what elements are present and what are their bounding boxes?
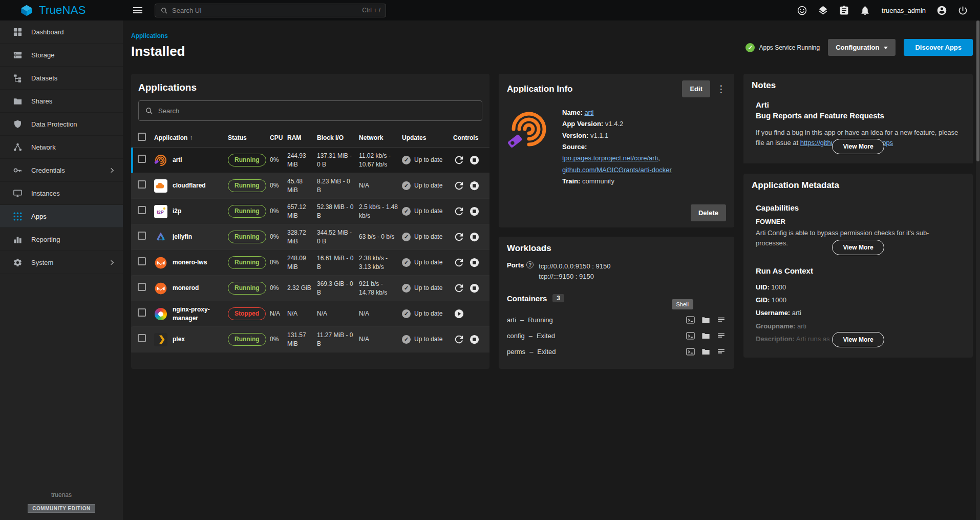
stop-app-button[interactable] — [468, 205, 480, 217]
breadcrumb[interactable]: Applications — [131, 32, 168, 39]
row-checkbox[interactable] — [138, 257, 146, 265]
table-row-plex[interactable]: plex Running 0% 131.57 MiB 11.27 MiB - 0… — [131, 327, 489, 352]
run-as-view-more-button[interactable]: View More — [832, 332, 884, 347]
container-browse-folder-icon[interactable] — [701, 331, 711, 341]
sidebar: Dashboard Storage Datasets Shares Da — [0, 20, 123, 520]
table-row-i2p[interactable]: I2P i2p Running 0% 657.12 MiB 52.38 MiB … — [131, 199, 489, 224]
notes-view-more-button[interactable]: View More — [832, 139, 884, 154]
column-updates[interactable]: Updates — [402, 134, 453, 142]
sidebar-item-reporting[interactable]: Reporting — [0, 228, 123, 251]
container-row-config: config–Exited — [507, 328, 726, 344]
row-checkbox[interactable] — [138, 283, 146, 291]
container-shell-icon[interactable] — [686, 347, 695, 357]
container-shell-icon[interactable] — [686, 315, 695, 325]
row-checkbox[interactable] — [138, 334, 146, 342]
scrollbar-thumb[interactable] — [976, 20, 979, 161]
updates-label: Up to date — [414, 156, 442, 164]
svg-text:I2P: I2P — [157, 210, 164, 215]
ports-row: Ports? tcp://0.0.0.0:9150 : 9150 tcp://:… — [507, 261, 726, 282]
column-application[interactable]: Application↑ — [154, 134, 228, 142]
column-block-io[interactable]: Block I/O — [317, 134, 359, 142]
column-status[interactable]: Status — [228, 134, 270, 142]
stop-app-button[interactable] — [468, 257, 480, 268]
app-name-link[interactable]: arti — [584, 109, 593, 116]
configuration-button[interactable]: Configuration — [828, 39, 896, 56]
user-account-icon[interactable] — [936, 5, 948, 16]
cpu-value: 0% — [270, 284, 287, 292]
table-row-jellyfin[interactable]: jellyfin Running 0% 328.72 MiB 344.52 Mi… — [131, 224, 489, 250]
feedback-smiley-icon[interactable] — [797, 5, 808, 16]
row-checkbox[interactable] — [138, 180, 146, 189]
kebab-menu-icon[interactable]: ⋮ — [716, 84, 726, 94]
container-logs-icon[interactable] — [716, 347, 726, 357]
global-search[interactable]: Ctrl + / — [155, 4, 386, 17]
sidebar-item-network[interactable]: Network — [0, 136, 123, 159]
capabilities-view-more-button[interactable]: View More — [832, 240, 884, 255]
stop-app-button[interactable] — [468, 154, 480, 166]
start-app-button[interactable] — [453, 308, 465, 320]
jobs-layers-icon[interactable] — [818, 5, 829, 16]
restart-app-button[interactable] — [453, 231, 465, 243]
status-badge: Running — [228, 256, 266, 268]
restart-app-button[interactable] — [453, 282, 465, 294]
sidebar-item-shares[interactable]: Shares — [0, 90, 123, 113]
sidebar-item-system[interactable]: System — [0, 251, 123, 274]
sidebar-item-storage[interactable]: Storage — [0, 44, 123, 67]
global-search-input[interactable] — [172, 7, 358, 14]
column-ram[interactable]: RAM — [287, 134, 317, 142]
stop-app-button[interactable] — [468, 180, 480, 192]
restart-app-button[interactable] — [453, 334, 465, 345]
stop-app-button[interactable] — [468, 282, 480, 294]
discover-apps-button[interactable]: Discover Apps — [904, 39, 973, 56]
column-cpu[interactable]: CPU — [270, 134, 287, 142]
row-checkbox[interactable] — [138, 155, 146, 163]
hamburger-menu-icon[interactable] — [129, 3, 146, 18]
source-link-2[interactable]: github.com/MAGICGrants/arti-docker — [562, 166, 672, 174]
column-network[interactable]: Network — [359, 134, 402, 142]
sidebar-item-data-protection[interactable]: Data Protection — [0, 113, 123, 136]
groupname-field: Groupname: arti — [756, 320, 961, 332]
edit-button[interactable]: Edit — [682, 80, 710, 97]
row-checkbox[interactable] — [138, 232, 146, 240]
arti-app-icon — [154, 154, 167, 167]
table-row-monerod[interactable]: monerod Running 0% 2.32 GiB 369.3 GiB - … — [131, 276, 489, 301]
sidebar-item-instances[interactable]: Instances — [0, 182, 123, 205]
container-browse-folder-icon[interactable] — [701, 315, 711, 325]
container-shell-icon[interactable] — [686, 331, 695, 341]
restart-app-button[interactable] — [453, 257, 465, 268]
checklist-clipboard-icon[interactable] — [839, 5, 850, 16]
restart-app-button[interactable] — [453, 205, 465, 217]
sidebar-item-dashboard[interactable]: Dashboard — [0, 20, 123, 44]
search-icon — [145, 107, 153, 115]
stop-app-button[interactable] — [468, 334, 480, 345]
page-scrollbar[interactable] — [976, 20, 980, 520]
table-row-nginx-proxy-manager[interactable]: nginx-proxy-manager Stopped N/A N/A N/A … — [131, 301, 489, 327]
stop-app-button[interactable] — [468, 231, 480, 243]
container-logs-icon[interactable] — [716, 331, 726, 341]
sidebar-item-datasets[interactable]: Datasets — [0, 67, 123, 90]
alerts-bell-icon[interactable] — [860, 5, 871, 16]
sidebar-item-label: Dashboard — [31, 28, 64, 36]
container-browse-folder-icon[interactable] — [701, 347, 711, 357]
container-logs-icon[interactable] — [716, 315, 726, 325]
sidebar-item-credentials[interactable]: Credentials — [0, 159, 123, 182]
sidebar-item-apps[interactable]: Apps — [0, 205, 123, 228]
row-checkbox[interactable] — [138, 206, 146, 214]
applications-search[interactable] — [138, 100, 482, 121]
table-row-monero-lws[interactable]: monero-lws Running 0% 248.09 MiB 16.61 M… — [131, 250, 489, 276]
select-all-checkbox[interactable] — [138, 133, 146, 141]
power-icon[interactable] — [957, 5, 969, 16]
source-link-1[interactable]: tpo.pages.torproject.net/core/arti — [562, 154, 658, 162]
row-checkbox[interactable] — [138, 308, 146, 317]
ports-help-icon[interactable]: ? — [526, 261, 534, 268]
truenas-logo-icon — [19, 4, 34, 17]
table-row-arti[interactable]: arti Running 0% 244.93 MiB 137.31 MiB - … — [131, 148, 489, 173]
table-row-cloudflared[interactable]: cloudflared Running 0% 45.48 MiB 8.23 Mi… — [131, 173, 489, 199]
delete-button[interactable]: Delete — [691, 204, 726, 221]
status-badge: Running — [228, 333, 266, 345]
port-mapping: tcp://:::9150 : 9150 — [539, 272, 610, 282]
cpu-value: 0% — [270, 156, 287, 164]
restart-app-button[interactable] — [453, 180, 465, 192]
applications-search-input[interactable] — [158, 107, 476, 115]
restart-app-button[interactable] — [453, 154, 465, 166]
